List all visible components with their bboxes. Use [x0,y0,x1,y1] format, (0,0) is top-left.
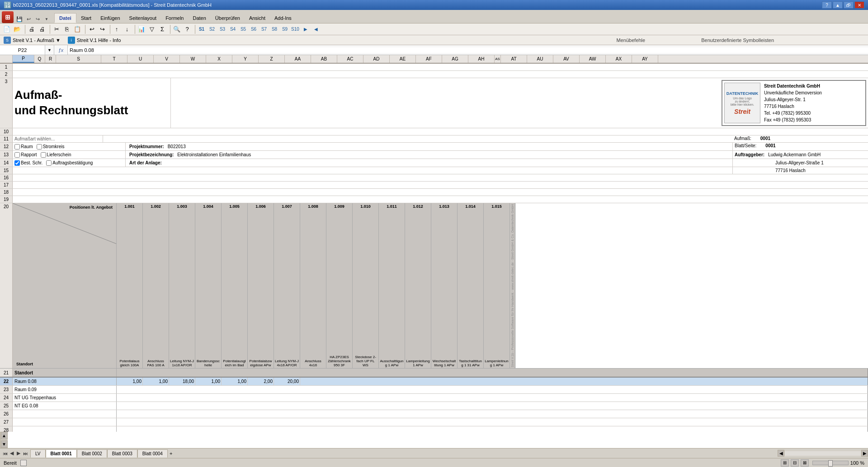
formula-fx-btn[interactable]: ƒx [54,45,68,55]
row-22[interactable]: 22 Raum 0.08 1,00 1,00 18,00 1,00 1,00 2… [0,378,868,386]
normal-view-btn[interactable]: ⊞ [781,459,789,467]
row-23[interactable]: 23 Raum 0.09 [0,386,868,394]
cell-u22[interactable]: 1,00 [143,378,169,385]
sheet-tab-blatt0002[interactable]: Blatt 0002 [77,449,107,458]
zoom-slider[interactable] [812,461,849,465]
row-28[interactable]: 28 [0,426,868,432]
col-header-aw[interactable]: AW [580,55,606,63]
streit-icon-12[interactable]: ◀ [311,24,321,34]
streit-icon-2[interactable]: S2 [207,24,217,34]
checkbox-auftragsbestaetigung-input[interactable] [46,160,52,166]
streit-icon-8[interactable]: S8 [269,24,279,34]
col-header-ag[interactable]: AG [442,55,468,63]
col-header-s[interactable]: S [56,55,101,63]
checkbox-stromkreis-input[interactable] [37,144,42,149]
help-toolbar-icon[interactable]: ? [182,24,192,34]
cell-x22[interactable]: 1,00 [222,378,248,385]
row-25[interactable]: 25 NT EG 0.08 [0,402,868,410]
cell-p23[interactable]: Raum 0.09 [13,386,117,393]
page-break-btn[interactable]: ⊠ [801,459,809,467]
cell-rest26[interactable] [117,410,868,418]
col-header-au[interactable]: AU [527,55,553,63]
tab-daten[interactable]: Daten [188,13,210,23]
zoom-icon[interactable]: 🔍 [172,24,182,34]
tab-datei[interactable]: Datei [54,13,76,23]
checkbox-bestschr[interactable]: Best. Schr. [14,160,42,166]
sheet-tab-blatt0003[interactable]: Blatt 0003 [107,449,137,458]
streit-icon-9[interactable]: S9 [280,24,290,34]
chart-icon[interactable]: 📊 [137,24,146,34]
tab-einfuegen[interactable]: Einfügen [96,13,124,23]
col-header-v[interactable]: V [154,55,180,63]
col-header-y[interactable]: Y [232,55,259,63]
col-header-ah[interactable]: AH [468,55,495,63]
cell-t22[interactable]: 1,00 [117,378,143,385]
tab-addins[interactable]: Add-Ins [270,13,296,23]
checkbox-auftragsbestaetigung[interactable]: Auftragsbestätigung [46,160,93,166]
col-header-ae[interactable]: AE [390,55,416,63]
tab-first-btn[interactable]: ⏮ [2,451,8,456]
checkbox-raum[interactable]: Raum [14,144,33,149]
formula-input[interactable]: Raum 0.08 [68,47,868,53]
scroll-up-btn[interactable]: ▲ [1,432,8,439]
sheet-tab-blatt0004[interactable]: Blatt 0004 [137,449,168,458]
undo-quick-btn[interactable]: ↩ [24,15,33,23]
cell-rest27[interactable] [117,418,868,426]
col-header-r[interactable]: R [45,55,56,63]
cell-p28[interactable] [13,426,117,432]
new-icon[interactable]: 📄 [2,24,12,34]
scroll-left-btn[interactable]: ◀ [778,450,784,457]
checkbox-rapport[interactable]: Rapport [14,152,37,158]
zoom-slider-thumb[interactable] [828,460,833,467]
tab-ansicht[interactable]: Ansicht [245,13,270,23]
restore-btn[interactable]: 🗗 [844,1,854,9]
cut-icon[interactable]: ✂ [52,24,61,34]
cell-reference[interactable]: P22 [0,45,45,55]
tab-next-btn[interactable]: ▶ [15,450,22,456]
checkbox-bestschr-input[interactable] [14,160,20,166]
checkbox-stromkreis[interactable]: Stromkreis [37,144,65,149]
col-header-as[interactable]: AS [495,55,501,63]
cell-rest24[interactable] [117,394,868,402]
streit-icon-1[interactable]: S1 [197,24,207,34]
paste-icon[interactable]: 📋 [72,24,82,34]
sort-desc-icon[interactable]: ↓ [122,24,132,34]
open-icon[interactable]: 📂 [12,24,22,34]
cell-rest28[interactable] [117,426,868,432]
streit-info-menu[interactable]: i Streit V.1 Hilfe - Info [68,37,121,44]
row-24[interactable]: 24 NT UG Treppenhaus [0,394,868,402]
col-header-ay[interactable]: AY [632,55,658,63]
autosum-icon[interactable]: Σ [157,24,167,34]
cell-p22[interactable]: Raum 0.08 [13,378,117,385]
streit-icon-5[interactable]: S5 [238,24,248,34]
print-icon[interactable]: 🖨 [37,24,47,34]
cell-p26[interactable] [13,410,117,418]
checkbox-raum-input[interactable] [14,144,20,149]
cell-p25[interactable]: NT EG 0.08 [13,402,117,410]
checkbox-lieferschein[interactable]: Lieferschein [41,152,71,158]
save-quick-btn[interactable]: 💾 [15,15,24,23]
streit-icon-11[interactable]: ▶ [301,24,311,34]
logo-placeholder[interactable]: DATENTECHNIK Um das Logozu ändern,bitte … [724,83,760,123]
col-header-ax[interactable]: AX [606,55,632,63]
col-header-x[interactable]: X [206,55,232,63]
col-header-ac[interactable]: AC [337,55,363,63]
cell-w22[interactable]: 1,00 [195,378,222,385]
sheet-tab-lv[interactable]: LV [30,449,46,458]
undo-icon[interactable]: ↩ [87,24,97,34]
row-26[interactable]: 26 [0,410,868,418]
streit-icon-7[interactable]: S7 [259,24,269,34]
close-btn[interactable]: ✕ [854,1,864,9]
row-27[interactable]: 27 [0,418,868,426]
tab-last-btn[interactable]: ⏭ [22,451,28,456]
customize-quick-btn[interactable]: ▼ [42,15,51,23]
cell-v22[interactable]: 18,00 [169,378,195,385]
sheet-tab-blatt0001[interactable]: Blatt 0001 [46,449,77,458]
redo-quick-btn[interactable]: ↪ [33,15,42,23]
tab-start[interactable]: Start [76,13,96,23]
vertical-scrollbar[interactable]: ▲ ▼ [0,432,8,448]
cell-p27[interactable] [13,418,117,426]
add-sheet-btn[interactable]: + [170,451,172,456]
tab-ueberpruefen[interactable]: Überprüfen [211,13,245,23]
col-header-z[interactable]: Z [259,55,285,63]
